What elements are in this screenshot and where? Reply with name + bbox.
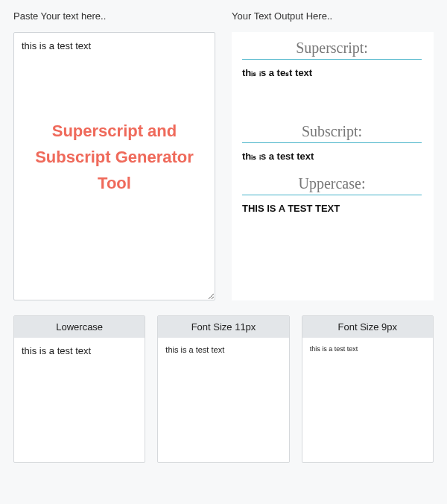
card-fs11: Font Size 11px this is a test text [157, 315, 289, 463]
card-body-fs11: this is a test text [158, 338, 288, 362]
section-body-subscript: thᵢₛ ᵢs a test text [242, 151, 422, 162]
card-header-fs9: Font Size 9px [302, 316, 433, 338]
section-body-uppercase: THIS IS A TEST TEXT [242, 203, 422, 214]
input-textarea[interactable] [13, 32, 215, 300]
section-title-uppercase: Uppercase: [242, 175, 422, 195]
bottom-row: Lowercase this is a test text Font Size … [13, 315, 434, 463]
output-label: Your Text Output Here.. [232, 10, 434, 22]
input-wrapper: Superscript and Subscript Generator Tool [13, 32, 215, 303]
card-header-lowercase: Lowercase [14, 316, 145, 338]
input-label: Paste Your text here.. [13, 10, 215, 22]
section-title-superscript: Superscript: [242, 40, 422, 60]
card-body-fs9: this is a test text [302, 338, 433, 360]
card-header-fs11: Font Size 11px [158, 316, 288, 338]
input-column: Paste Your text here.. Superscript and S… [13, 10, 215, 303]
section-title-subscript: Subscript: [242, 123, 422, 143]
card-body-lowercase: this is a test text [14, 338, 145, 364]
output-column: Your Text Output Here.. Superscript: thᵢ… [232, 10, 434, 303]
card-fs9: Font Size 9px this is a test text [302, 315, 434, 463]
card-lowercase: Lowercase this is a test text [13, 315, 145, 463]
top-row: Paste Your text here.. Superscript and S… [13, 10, 434, 303]
section-body-superscript: thᵢₛ ᵢs a teₛt text [242, 67, 422, 78]
output-panel[interactable]: Superscript: thᵢₛ ᵢs a teₛt text Subscri… [232, 32, 434, 300]
